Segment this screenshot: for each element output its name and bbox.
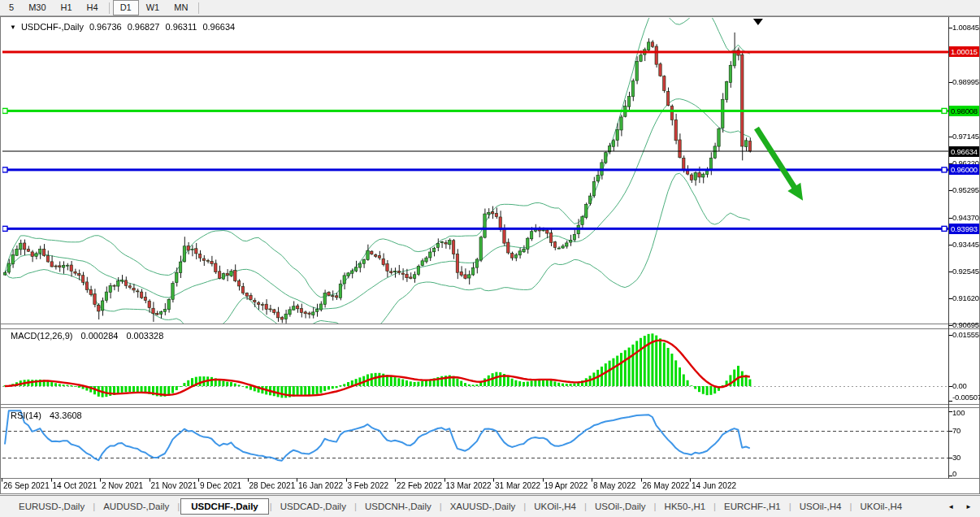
time-axis-label: 31 Mar 2022 xyxy=(495,481,540,490)
timeframe-h4[interactable]: H4 xyxy=(80,0,106,15)
macd-label: MACD(12,26,9) xyxy=(11,331,72,341)
timeframe-5[interactable]: 5 xyxy=(2,0,21,15)
tab-usdcad-daily[interactable]: USDCAD-,Daily xyxy=(273,499,353,514)
symbol-title: USDCHF-,Daily xyxy=(21,22,84,32)
macd-pane-header: MACD(12,26,9) 0.000284 0.003328 xyxy=(11,331,169,341)
collapse-chart-icon[interactable]: ▼ xyxy=(10,23,16,32)
rsi-axis-label: 0 xyxy=(952,469,956,479)
chart-plot-canvas[interactable] xyxy=(0,0,980,517)
time-axis-label: 8 May 2022 xyxy=(593,481,635,490)
ohlc-high: 0.96827 xyxy=(128,22,160,32)
macd-axis-label: 0.01555 xyxy=(952,330,979,340)
tab-xauusd-daily[interactable]: XAUUSD-,Daily xyxy=(443,499,523,514)
tab-usoil-h4[interactable]: USOil-,H4 xyxy=(792,499,849,514)
price-axis-tick-label: 1.00845 xyxy=(952,23,979,33)
tab-hk50-h1[interactable]: HK50-,H1 xyxy=(657,499,713,514)
time-axis-label: 26 May 2022 xyxy=(643,481,690,490)
tab-ukoil-h4[interactable]: UKOil-,H4 xyxy=(527,499,583,514)
tabs-scroll-left-icon[interactable]: ◄ xyxy=(947,503,954,510)
time-axis-label: 14 Jun 2022 xyxy=(692,481,736,490)
rsi-value: 43.3608 xyxy=(50,411,82,420)
price-tag-blue-line-2: 0.93993 xyxy=(949,224,979,234)
timeframe-h1[interactable]: H1 xyxy=(54,0,80,15)
toolbar-separator xyxy=(109,2,110,14)
timeframe-toolbar: 5M30H1H4D1W1MN xyxy=(0,0,980,16)
price-axis-tick-label: 0.91620 xyxy=(952,293,979,303)
time-axis-label: 19 Apr 2022 xyxy=(544,481,588,490)
tabs-scroll-right-icon[interactable]: ► xyxy=(965,503,972,510)
price-axis-tick-label: 0.97145 xyxy=(952,132,979,141)
price-axis-tick-label: 0.94370 xyxy=(952,213,979,223)
timeframe-d1[interactable]: D1 xyxy=(113,0,139,15)
macd-signal-value: 0.003328 xyxy=(126,331,163,341)
tab-usoil-daily[interactable]: USOil-,Daily xyxy=(588,499,653,514)
toolbar-separator xyxy=(198,2,199,14)
time-axis-label: 28 Dec 2021 xyxy=(249,481,296,490)
macd-main-value: 0.000284 xyxy=(80,331,118,341)
price-axis-tick-label: 0.92545 xyxy=(952,267,979,276)
rsi-pane-header: RSI(14) 43.3608 xyxy=(11,411,88,420)
price-tag-red-line: 1.00015 xyxy=(949,46,979,57)
ohlc-low: 0.96311 xyxy=(165,22,197,32)
mt4-chart-window: 5M30H1H4D1W1MN ▼ USDCHF-,Daily 0.96736 0… xyxy=(0,0,980,517)
price-axis-tick-label: 0.90695 xyxy=(952,320,979,330)
time-axis-label: 13 Mar 2022 xyxy=(446,481,492,490)
price-axis-tick-label: 0.98995 xyxy=(952,77,979,87)
time-axis-label: 22 Feb 2022 xyxy=(397,481,442,490)
time-axis-label: 3 Feb 2022 xyxy=(348,481,389,490)
price-axis-tick-label: 0.95295 xyxy=(952,185,979,195)
timeframe-mn[interactable]: MN xyxy=(167,0,195,15)
price-tag-bid: 0.96634 xyxy=(949,146,979,157)
time-axis-label: 14 Oct 2021 xyxy=(53,481,97,490)
macd-axis-label: -0.00507 xyxy=(952,393,980,402)
tab-audusd-daily[interactable]: AUDUSD-,Daily xyxy=(96,499,176,514)
chart-symbol-header: ▼ USDCHF-,Daily 0.96736 0.96827 0.96311 … xyxy=(10,22,235,32)
price-tag-blue-line-1: 0.96000 xyxy=(949,164,979,175)
rsi-axis-label: 100 xyxy=(952,408,965,418)
time-axis-label: 26 Sep 2021 xyxy=(3,481,50,490)
chart-tabs: EURUSD-,Daily|AUDUSD-,Daily|USDCHF-,Dail… xyxy=(11,499,909,515)
time-axis-label: 9 Dec 2021 xyxy=(200,481,241,490)
rsi-label: RSI(14) xyxy=(11,411,41,420)
tab-usdchf-daily[interactable]: USDCHF-,Daily xyxy=(180,498,268,515)
chart-tab-bar: EURUSD-,Daily|AUDUSD-,Daily|USDCHF-,Dail… xyxy=(0,495,980,517)
timeframe-m30[interactable]: M30 xyxy=(21,0,53,15)
tab-ukoil-h4[interactable]: UKOil-,H4 xyxy=(853,499,910,514)
tab-scroll-controls: ◄ ► xyxy=(947,503,980,510)
time-axis-label: 16 Jan 2022 xyxy=(298,481,343,490)
price-tag-green-line: 0.98008 xyxy=(949,106,979,116)
time-axis-label: 21 Nov 2021 xyxy=(151,481,197,490)
timeframe-w1[interactable]: W1 xyxy=(139,0,167,15)
tab-eurchf-h1[interactable]: EURCHF-,H1 xyxy=(717,499,788,514)
ohlc-open: 0.96736 xyxy=(89,22,122,32)
price-axis-tick-label: 0.93445 xyxy=(952,240,979,250)
macd-axis-label: 0.00 xyxy=(952,381,967,391)
rsi-axis-label: 70 xyxy=(952,426,960,436)
time-axis-label: 2 Nov 2021 xyxy=(102,481,143,490)
ohlc-close: 0.96634 xyxy=(202,22,235,32)
tab-usdcnh-daily[interactable]: USDCNH-,Daily xyxy=(358,499,439,514)
tab-eurusd-daily[interactable]: EURUSD-,Daily xyxy=(11,499,92,514)
rsi-axis-label: 30 xyxy=(952,453,960,463)
